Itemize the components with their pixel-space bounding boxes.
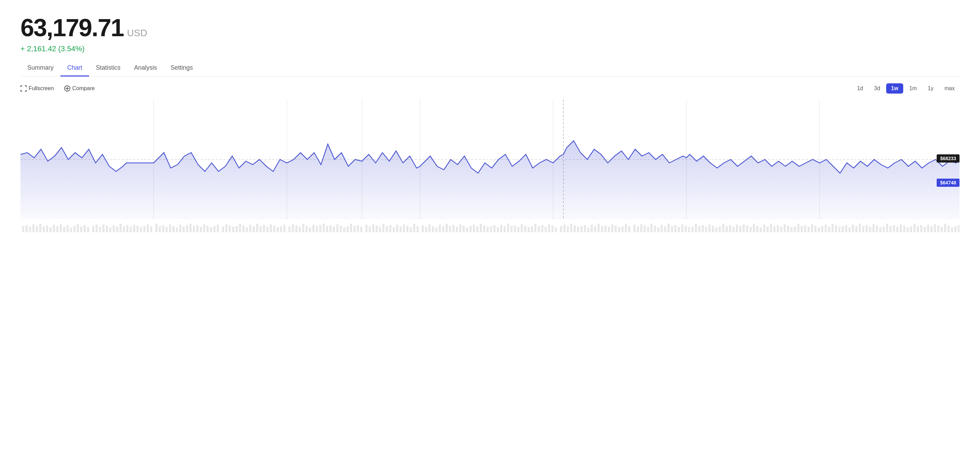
svg-rect-87 — [283, 225, 286, 232]
svg-rect-115 — [382, 224, 385, 232]
time-btn-3d[interactable]: 3d — [869, 83, 885, 94]
svg-rect-46 — [140, 227, 142, 232]
time-btn-max[interactable]: max — [940, 83, 959, 94]
svg-rect-171 — [577, 227, 579, 232]
svg-rect-58 — [183, 227, 185, 232]
svg-rect-201 — [681, 224, 683, 232]
svg-rect-142 — [476, 227, 479, 232]
svg-rect-97 — [320, 225, 321, 232]
svg-rect-139 — [466, 227, 468, 232]
svg-rect-269 — [913, 224, 915, 232]
time-btn-1d[interactable]: 1d — [853, 83, 868, 94]
svg-rect-163 — [548, 224, 550, 232]
svg-rect-179 — [604, 225, 606, 232]
svg-rect-149 — [500, 225, 502, 232]
svg-rect-148 — [497, 227, 499, 232]
svg-rect-268 — [910, 227, 912, 232]
svg-rect-160 — [538, 226, 540, 232]
svg-rect-210 — [712, 226, 714, 232]
svg-rect-117 — [389, 225, 391, 232]
svg-rect-172 — [581, 226, 582, 232]
svg-rect-250 — [849, 227, 851, 232]
svg-rect-126 — [422, 225, 424, 232]
svg-rect-238 — [808, 227, 810, 232]
svg-rect-85 — [277, 227, 279, 232]
svg-rect-110 — [366, 225, 368, 232]
tab-settings[interactable]: Settings — [164, 60, 200, 77]
svg-rect-21 — [53, 225, 55, 232]
tab-analysis[interactable]: Analysis — [127, 60, 164, 77]
svg-rect-282 — [958, 225, 959, 232]
svg-rect-40 — [119, 224, 121, 232]
svg-rect-104 — [343, 227, 345, 232]
svg-rect-112 — [372, 224, 374, 232]
compare-button[interactable]: Compare — [64, 85, 95, 91]
svg-rect-233 — [791, 227, 793, 232]
svg-rect-136 — [456, 227, 458, 232]
svg-rect-181 — [611, 224, 613, 232]
svg-rect-245 — [832, 224, 834, 232]
time-btn-1y[interactable]: 1y — [923, 83, 939, 94]
svg-rect-161 — [541, 225, 543, 232]
svg-rect-140 — [469, 226, 472, 232]
svg-rect-219 — [743, 224, 745, 232]
svg-rect-183 — [618, 227, 620, 232]
svg-rect-260 — [883, 227, 885, 232]
svg-rect-272 — [924, 227, 926, 232]
tab-statistics[interactable]: Statistics — [89, 60, 127, 77]
svg-rect-125 — [417, 226, 419, 232]
svg-rect-165 — [555, 227, 557, 232]
svg-rect-128 — [429, 224, 431, 232]
svg-rect-175 — [591, 225, 593, 232]
svg-rect-19 — [46, 225, 48, 232]
tab-chart[interactable]: Chart — [60, 60, 89, 77]
svg-rect-120 — [399, 227, 402, 232]
svg-rect-152 — [511, 226, 512, 232]
svg-rect-239 — [811, 224, 813, 232]
svg-rect-57 — [179, 225, 181, 232]
time-btn-1m[interactable]: 1m — [905, 83, 922, 94]
tab-bar: Summary Chart Statistics Analysis Settin… — [21, 60, 959, 77]
svg-rect-223 — [757, 226, 759, 232]
tab-summary[interactable]: Summary — [21, 60, 60, 77]
svg-rect-124 — [413, 224, 415, 232]
svg-rect-106 — [350, 224, 352, 232]
svg-rect-23 — [60, 224, 62, 232]
svg-rect-95 — [313, 225, 315, 232]
svg-rect-72 — [232, 227, 234, 232]
svg-rect-77 — [249, 225, 251, 232]
svg-rect-131 — [439, 225, 441, 232]
svg-rect-156 — [524, 226, 526, 232]
svg-rect-195 — [660, 225, 663, 232]
svg-rect-91 — [299, 227, 301, 232]
svg-rect-252 — [856, 227, 858, 232]
svg-rect-279 — [948, 226, 950, 232]
svg-rect-228 — [773, 226, 776, 232]
fullscreen-button[interactable]: Fullscreen — [21, 85, 54, 91]
svg-rect-27 — [73, 226, 75, 232]
svg-rect-247 — [838, 227, 840, 232]
svg-rect-232 — [787, 226, 789, 232]
chart-area[interactable]: $68233 $64748 — [21, 100, 959, 243]
svg-rect-16 — [36, 226, 38, 232]
svg-rect-127 — [425, 227, 427, 232]
time-btn-1w[interactable]: 1w — [886, 83, 903, 94]
svg-rect-255 — [866, 225, 868, 232]
svg-rect-59 — [186, 225, 188, 232]
svg-rect-35 — [102, 224, 104, 232]
svg-rect-259 — [879, 227, 881, 232]
svg-rect-262 — [889, 226, 892, 232]
svg-rect-24 — [63, 227, 65, 232]
svg-rect-28 — [77, 224, 79, 232]
svg-rect-80 — [260, 226, 262, 232]
svg-rect-119 — [396, 225, 398, 232]
svg-rect-274 — [931, 226, 932, 232]
price-change: + 2,161.42 (3.54%) — [21, 45, 959, 53]
svg-rect-20 — [49, 227, 51, 232]
compare-icon — [64, 85, 70, 91]
svg-rect-79 — [256, 224, 258, 232]
svg-rect-213 — [722, 224, 724, 232]
svg-rect-143 — [480, 224, 482, 232]
price-chart — [21, 100, 959, 243]
svg-rect-281 — [955, 226, 956, 232]
